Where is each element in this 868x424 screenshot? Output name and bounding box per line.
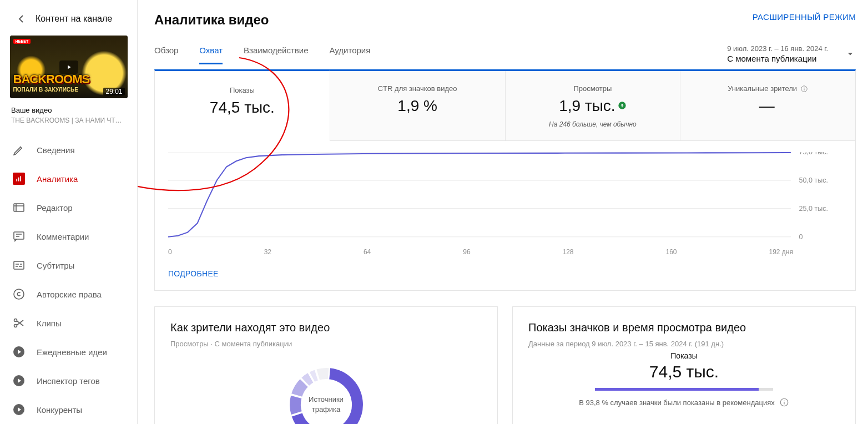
video-thumbnail[interactable]: НБЕЕТ BACKROOMS ПОПАЛИ В ЗАКУЛИСЬЕ 29:01 — [10, 36, 128, 98]
video-caption: Ваше видео — [11, 106, 126, 114]
svg-rect-3 — [14, 204, 24, 211]
copyright-icon — [12, 287, 26, 301]
date-since: С момента публикации — [727, 54, 828, 63]
date-range: 9 июл. 2023 г. – 16 янв. 2024 г. — [727, 44, 828, 53]
metric-label: CTR для значков видео — [336, 84, 499, 93]
sidebar-item-copyright[interactable]: Авторские права — [0, 280, 137, 309]
metric-value: 74,5 тыс. — [160, 99, 324, 117]
tab-взаимодействие[interactable]: Взаимодействие — [244, 46, 308, 64]
editor-icon — [12, 201, 26, 214]
svg-rect-4 — [14, 232, 24, 239]
impr-metric-label: Показы — [528, 351, 840, 360]
x-tick: 160 — [665, 248, 677, 256]
traffic-card-title: Как зрители находят это видео — [170, 321, 482, 334]
tab-аудитория[interactable]: Аудитория — [329, 46, 370, 64]
metrics-card: Показы74,5 тыс.CTR для значков видео1,9 … — [154, 69, 856, 291]
sidebar-item-label: Конкуренты — [37, 405, 82, 415]
analytics-icon — [12, 172, 26, 185]
date-range-picker[interactable]: 9 июл. 2023 г. – 16 янв. 2024 г. С момен… — [727, 44, 856, 64]
x-tick: 64 — [364, 248, 371, 256]
metric-2[interactable]: Просмотры1,9 тыс.На 246 больше, чем обыч… — [506, 71, 681, 141]
sidebar-item-editor[interactable]: Редактор — [0, 193, 137, 222]
sidebar-item-label: Аналитика — [37, 174, 78, 184]
tabs-row: ОбзорОхватВзаимодействиеАудитория 9 июл.… — [154, 44, 856, 65]
sidebar-item-label: Авторские права — [37, 290, 102, 299]
sidebar-item-pencil[interactable]: Сведения — [0, 135, 137, 164]
traffic-sources-card: Как зрители находят это видео Просмотры … — [154, 306, 498, 424]
traffic-card-subtitle: Просмотры · С момента публикации — [170, 340, 482, 348]
subtitles-icon — [12, 259, 26, 272]
chart-more: ПОДРОБНЕЕ — [155, 267, 855, 290]
metric-3[interactable]: Уникальные зрители — — [680, 71, 855, 141]
metric-note: На 246 больше, чем обычно — [511, 120, 675, 128]
play-circle-icon — [12, 403, 26, 416]
x-tick: 32 — [264, 248, 271, 256]
scissors-icon — [12, 316, 26, 330]
thumb-subtitle: ПОПАЛИ В ЗАКУЛИСЬЕ — [13, 87, 78, 93]
chart-more-link[interactable]: ПОДРОБНЕЕ — [168, 269, 219, 278]
svg-rect-0 — [16, 179, 17, 181]
video-meta: Ваше видео THE BACKROOMS | ЗА НАМИ ЧТО … — [0, 98, 137, 129]
sidebar-item-subtitles[interactable]: Субтитры — [0, 251, 137, 280]
x-tick: 0 — [168, 248, 172, 256]
x-tick: 192 дня — [769, 248, 793, 256]
metric-0[interactable]: Показы74,5 тыс. — [155, 69, 330, 141]
svg-text:50,0 тыс.: 50,0 тыс. — [799, 176, 828, 184]
x-tick: 128 — [563, 248, 574, 256]
sidebar-title: Контент на канале — [36, 14, 112, 24]
play-circle-icon — [12, 374, 26, 387]
sidebar: Контент на канале НБЕЕТ BACKROOMS ПОПАЛИ… — [0, 0, 138, 424]
video-title: THE BACKROOMS | ЗА НАМИ ЧТО … — [11, 117, 126, 124]
info-icon[interactable] — [779, 397, 789, 407]
sidebar-item-label: Инспектор тегов — [37, 376, 100, 386]
x-tick: 96 — [463, 248, 470, 256]
metric-label: Уникальные зрители — [686, 84, 850, 93]
sidebar-item-label: Клипы — [37, 319, 62, 328]
impr-metric-value: 74,5 тыс. — [528, 362, 840, 381]
page-title: Аналитика видео — [154, 12, 269, 28]
impr-card-subtitle: Данные за период 9 июл. 2023 г. – 15 янв… — [528, 340, 840, 348]
sidebar-item-play-circle[interactable]: Конкуренты — [0, 395, 137, 424]
metric-1[interactable]: CTR для значков видео1,9 % — [330, 71, 506, 141]
pencil-icon — [12, 143, 26, 157]
impr-card-title: Показы значков и время просмотра видео — [528, 321, 840, 334]
metric-value: 1,9 тыс. — [511, 97, 675, 115]
sidebar-item-label: Сведения — [37, 145, 75, 155]
svg-point-6 — [14, 289, 24, 299]
metric-label: Показы — [160, 86, 324, 94]
thumb-title: BACKROOMS — [13, 74, 90, 85]
tab-обзор[interactable]: Обзор — [154, 46, 178, 64]
page-head: Аналитика видео РАСШИРЕННЫЙ РЕЖИМ — [154, 12, 856, 28]
thumb-duration: 29:01 — [103, 88, 124, 95]
sidebar-item-play-circle[interactable]: Ежедневные идеи — [0, 337, 137, 366]
traffic-donut: Источникитрафика — [282, 360, 371, 424]
svg-rect-1 — [18, 178, 19, 181]
svg-text:75,0 тыс.: 75,0 тыс. — [799, 152, 828, 156]
tab-охват[interactable]: Охват — [199, 46, 223, 64]
sidebar-item-play-circle[interactable]: Инспектор тегов — [0, 366, 137, 395]
metric-value: — — [686, 97, 850, 115]
sidebar-item-comments[interactable]: Комментарии — [0, 222, 137, 251]
chart-area: 025,0 тыс.50,0 тыс.75,0 тыс. 03264961281… — [155, 141, 855, 267]
play-circle-icon — [12, 345, 26, 359]
sidebar-header: Контент на канале — [0, 4, 137, 36]
svg-rect-5 — [14, 261, 24, 269]
sidebar-item-label: Субтитры — [37, 261, 74, 270]
svg-text:25,0 тыс.: 25,0 тыс. — [799, 205, 828, 213]
svg-text:0: 0 — [799, 233, 803, 241]
sidebar-item-scissors[interactable]: Клипы — [0, 309, 137, 337]
sidebar-item-analytics[interactable]: Аналитика — [0, 164, 137, 193]
chart-x-ticks: 0326496128160192 дня — [168, 248, 842, 256]
donut-center-label: Источникитрафика — [282, 360, 371, 424]
advanced-mode-link[interactable]: РАСШИРЕННЫЙ РЕЖИМ — [753, 12, 856, 22]
sidebar-item-label: Редактор — [37, 203, 73, 213]
sidebar-nav: СведенияАналитикаРедакторКомментарииСубт… — [0, 135, 137, 424]
impressions-card: Показы значков и время просмотра видео Д… — [512, 306, 856, 424]
main: Аналитика видео РАСШИРЕННЫЙ РЕЖИМ ОбзорО… — [138, 0, 868, 424]
line-chart: 025,0 тыс.50,0 тыс.75,0 тыс. — [168, 152, 842, 245]
sidebar-item-label: Ежедневные идеи — [37, 347, 107, 357]
metric-row: Показы74,5 тыс.CTR для значков видео1,9 … — [155, 71, 855, 141]
metric-value: 1,9 % — [336, 97, 499, 115]
back-icon[interactable] — [14, 12, 28, 26]
chevron-down-icon — [845, 48, 856, 59]
